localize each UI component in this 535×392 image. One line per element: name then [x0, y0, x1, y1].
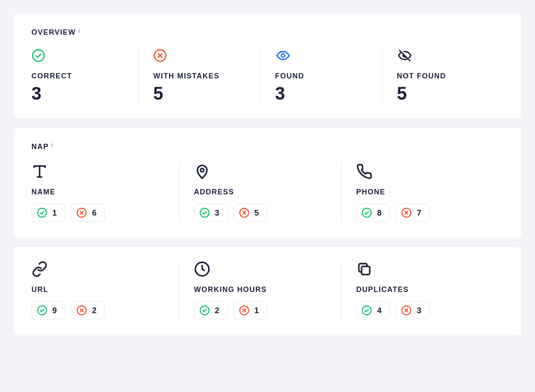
- correct-pill[interactable]: 2: [194, 301, 228, 319]
- nap-card: NAP i NAME 1 6: [13, 127, 522, 238]
- phone-icon: [356, 163, 504, 180]
- wrong-pill[interactable]: 2: [71, 301, 105, 319]
- pill-value: 6: [92, 208, 96, 218]
- overview-value: 3: [275, 85, 382, 102]
- nap-title: NAP i: [31, 143, 504, 151]
- x-circle-icon: [153, 48, 260, 63]
- clock-icon: [194, 260, 341, 278]
- extra-row: URL 9 2 WORKING HOURS 2: [31, 260, 504, 319]
- extra-label: WORKING HOURS: [194, 285, 341, 294]
- overview-item-not-found: NOT FOUND 5: [382, 48, 504, 102]
- correct-pill[interactable]: 8: [356, 204, 390, 222]
- copy-icon: [356, 260, 504, 278]
- check-circle-icon: [361, 305, 372, 316]
- pill-value: 1: [52, 208, 57, 218]
- overview-value: 3: [31, 85, 138, 102]
- eye-icon: [275, 48, 382, 63]
- correct-pill[interactable]: 3: [194, 204, 228, 222]
- x-circle-icon: [239, 305, 250, 316]
- extra-item-hours: WORKING HOURS 2 1: [179, 260, 341, 319]
- nap-label: PHONE: [356, 188, 504, 196]
- check-circle-icon: [37, 207, 47, 218]
- overview-value: 5: [153, 85, 260, 102]
- svg-rect-15: [362, 266, 370, 274]
- wrong-pill[interactable]: 5: [234, 204, 268, 222]
- check-circle-icon: [199, 305, 210, 316]
- pill-value: 4: [377, 306, 381, 315]
- correct-pill[interactable]: 9: [31, 301, 65, 319]
- wrong-pill[interactable]: 7: [396, 204, 430, 222]
- check-circle-icon: [199, 207, 210, 218]
- pill-value: 2: [215, 306, 219, 315]
- correct-pill[interactable]: 1: [31, 204, 65, 222]
- overview-row: CORRECT 3 WITH MISTAKES 5 FOUND 3 NOT FO…: [31, 48, 504, 102]
- pill-value: 7: [417, 208, 421, 218]
- x-circle-icon: [239, 207, 250, 218]
- nap-title-text: NAP: [31, 143, 49, 151]
- svg-point-5: [201, 169, 204, 172]
- x-circle-icon: [401, 207, 412, 218]
- overview-value: 5: [397, 85, 504, 102]
- overview-item-correct: CORRECT 3: [31, 48, 138, 102]
- nap-item-name: NAME 1 6: [31, 163, 179, 222]
- overview-label: NOT FOUND: [397, 72, 504, 80]
- eye-off-icon: [397, 48, 504, 63]
- pill-value: 2: [92, 306, 96, 315]
- overview-item-mistakes: WITH MISTAKES 5: [138, 48, 260, 102]
- type-icon: [31, 163, 179, 180]
- x-circle-icon: [76, 207, 87, 218]
- extra-label: URL: [31, 285, 179, 294]
- overview-item-found: FOUND 3: [260, 48, 382, 102]
- overview-title: OVERVIEW i: [31, 28, 504, 37]
- pill-row: 8 7: [356, 204, 504, 222]
- pill-value: 8: [377, 208, 381, 218]
- wrong-pill[interactable]: 1: [234, 301, 268, 319]
- nap-row: NAME 1 6 ADDRESS 3: [31, 163, 504, 222]
- check-circle-icon: [31, 48, 138, 63]
- extra-item-duplicates: DUPLICATES 4 3: [341, 260, 504, 319]
- overview-label: CORRECT: [31, 72, 138, 80]
- overview-label: FOUND: [275, 72, 382, 80]
- info-icon[interactable]: i: [78, 28, 80, 34]
- check-circle-icon: [37, 305, 47, 316]
- x-circle-icon: [76, 305, 87, 316]
- pill-value: 3: [215, 208, 219, 218]
- nap-item-phone: PHONE 8 7: [341, 163, 504, 222]
- x-circle-icon: [401, 305, 412, 316]
- pill-row: 9 2: [31, 301, 179, 319]
- wrong-pill[interactable]: 3: [396, 301, 430, 319]
- extra-card: URL 9 2 WORKING HOURS 2: [13, 247, 522, 336]
- overview-label: WITH MISTAKES: [153, 72, 260, 80]
- svg-point-2: [281, 54, 285, 58]
- pill-value: 3: [417, 306, 421, 315]
- overview-title-text: OVERVIEW: [31, 28, 76, 37]
- overview-card: OVERVIEW i CORRECT 3 WITH MISTAKES 5 FOU…: [13, 13, 522, 119]
- extra-item-url: URL 9 2: [31, 260, 179, 319]
- nap-label: NAME: [31, 188, 179, 196]
- extra-label: DUPLICATES: [356, 285, 504, 294]
- pill-row: 4 3: [356, 301, 504, 319]
- pill-row: 2 1: [194, 301, 341, 319]
- wrong-pill[interactable]: 6: [71, 204, 105, 222]
- nap-label: ADDRESS: [194, 188, 341, 196]
- pill-value: 5: [254, 208, 259, 218]
- map-pin-icon: [194, 163, 341, 180]
- check-circle-icon: [361, 207, 372, 218]
- pill-value: 9: [52, 306, 57, 315]
- link-icon: [31, 260, 179, 278]
- info-icon[interactable]: i: [51, 142, 54, 149]
- nap-item-address: ADDRESS 3 5: [179, 163, 341, 222]
- pill-row: 1 6: [31, 204, 179, 222]
- pill-value: 1: [254, 306, 259, 315]
- correct-pill[interactable]: 4: [356, 301, 390, 319]
- pill-row: 3 5: [194, 204, 341, 222]
